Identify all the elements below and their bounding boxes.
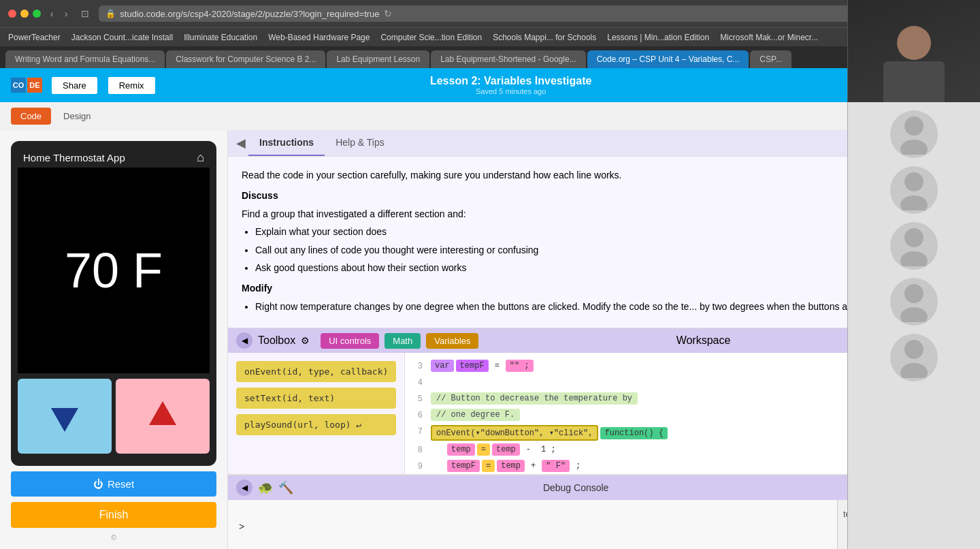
token-onevent-7: onEvent(▾"downButton", ▾"click", xyxy=(431,425,598,441)
remix-button[interactable]: Remix xyxy=(107,76,157,95)
block-settext[interactable]: setText(id, text) xyxy=(236,388,396,409)
bookmark-lessons[interactable]: Lessons | Min...ation Edition xyxy=(607,33,709,42)
token-eq-8: = xyxy=(477,443,490,456)
home-icon: ⌂ xyxy=(197,151,204,165)
tab-classwork[interactable]: Classwork for Computer Science B 2... xyxy=(166,50,325,68)
sidebar-btn[interactable]: ⊡ xyxy=(77,7,93,20)
help-tips-tab[interactable]: Help & Tips xyxy=(325,130,395,156)
debug-prompt: > xyxy=(239,521,244,532)
workspace-label: Workspace xyxy=(676,334,731,346)
category-ui-btn[interactable]: UI controls xyxy=(321,333,379,349)
phone-display: 70 F xyxy=(18,168,210,373)
url-display: studio.code.org/s/csp4-2020/stage/2/puzz… xyxy=(120,9,379,19)
line-num-4: 4 xyxy=(410,378,431,388)
debug-console-label: Debug Console xyxy=(299,482,853,493)
lesson-title-area: Lesson 2: Variables Investigate Saved 5 … xyxy=(165,75,858,95)
hammer-icon: 🔨 xyxy=(278,480,293,495)
close-window-btn[interactable] xyxy=(8,10,16,18)
bookmark-powerteacher[interactable]: PowerTeacher xyxy=(8,33,61,42)
down-button[interactable] xyxy=(18,379,112,454)
bookmarks-bar: PowerTeacher Jackson Count...icate Insta… xyxy=(0,27,980,46)
svg-marker-11 xyxy=(149,401,176,425)
svg-point-5 xyxy=(900,251,928,266)
toolbox-label: Toolbox xyxy=(258,334,295,347)
tab-codeorg[interactable]: Code.org – CSP Unit 4 – Variables, C... xyxy=(587,50,749,68)
phone-header: Home Thermostat App ⌂ xyxy=(18,148,210,168)
bookmark-csedition[interactable]: Computer Scie...tion Edition xyxy=(380,33,482,42)
bookmark-hardware[interactable]: Web-Based Hardware Page xyxy=(268,33,370,42)
block-onevent[interactable]: onEvent(id, type, callback) xyxy=(236,361,396,382)
bookmark-microsoft[interactable]: Microsoft Mak...or Minecr... xyxy=(720,33,818,42)
token-eq-9: = xyxy=(482,460,495,472)
svg-point-4 xyxy=(904,228,924,247)
token-function-7: function() { xyxy=(600,427,667,439)
line-num-8: 8 xyxy=(410,445,431,455)
up-button[interactable] xyxy=(116,379,210,454)
block-playsound[interactable]: playSound(url, loop) ↵ xyxy=(236,414,396,435)
logo-c: CO xyxy=(11,78,26,93)
instructions-back-btn[interactable]: ◀ xyxy=(233,133,248,153)
svg-point-3 xyxy=(900,195,928,210)
avatar-2 xyxy=(890,166,938,214)
token-var: var xyxy=(431,360,454,372)
category-vars-btn[interactable]: Variables xyxy=(426,333,478,349)
line-num-5: 5 xyxy=(410,394,431,404)
bookmark-jackson[interactable]: Jackson Count...icate Install xyxy=(71,33,173,42)
token-temp2-8: temp xyxy=(492,443,520,456)
copyright: © xyxy=(11,533,216,542)
saved-status: Saved 5 minutes ago xyxy=(165,87,858,95)
token-comment-6: // one degree F. xyxy=(431,409,520,421)
toolbox-categories: UI controls Math Variables xyxy=(321,333,478,349)
temperature-display: 70 F xyxy=(65,242,163,298)
phone-buttons xyxy=(18,373,210,459)
token-tempF-var: tempF xyxy=(456,360,489,372)
app-header: CO DE Share Remix Lesson 2: Variables In… xyxy=(0,68,980,102)
tab-lab[interactable]: Lab Equipment Lesson xyxy=(327,50,429,68)
tab-writing[interactable]: Writing Word and Formula Equations... xyxy=(5,50,165,68)
debug-body: > xyxy=(228,500,837,549)
toolbox-back-btn[interactable]: ◀ xyxy=(236,332,252,349)
token-empty-string: "" ; xyxy=(506,360,534,372)
avatar-1 xyxy=(890,110,938,158)
svg-point-2 xyxy=(904,172,924,191)
code-tab[interactable]: Code xyxy=(11,108,51,125)
reload-btn[interactable]: ↻ xyxy=(384,8,392,19)
avatar-4 xyxy=(890,278,938,326)
address-bar[interactable]: 🔒 studio.code.org/s/csp4-2020/stage/2/pu… xyxy=(99,5,972,22)
power-icon: ⏻ xyxy=(93,478,103,490)
svg-point-7 xyxy=(900,307,928,322)
token-semi-9: ; xyxy=(572,460,585,472)
app-title: Home Thermostat App xyxy=(23,152,125,163)
main-layout: Home Thermostat App ⌂ 70 F xyxy=(0,130,980,549)
lesson-title: Lesson 2: Variables Investigate xyxy=(165,75,858,87)
gear-icon[interactable]: ⚙ xyxy=(301,335,310,346)
tab-csp[interactable]: CSP... xyxy=(750,50,791,68)
tabs-bar: Writing Word and Formula Equations... Cl… xyxy=(0,46,980,68)
phone-frame: Home Thermostat App ⌂ 70 F xyxy=(11,141,216,466)
token-1-8: 1 ; xyxy=(537,443,560,456)
line-num-7: 7 xyxy=(410,427,431,437)
debug-back-btn[interactable]: ◀ xyxy=(236,480,252,496)
token-fstring-9: " F" xyxy=(542,460,570,472)
maximize-window-btn[interactable] xyxy=(33,10,41,18)
toolbox-panel: onEvent(id, type, callback) setText(id, … xyxy=(228,353,405,474)
category-math-btn[interactable]: Math xyxy=(385,333,421,349)
forward-btn[interactable]: › xyxy=(61,7,72,20)
back-btn[interactable]: ‹ xyxy=(46,7,58,20)
line-num-3: 3 xyxy=(410,362,431,371)
design-tab[interactable]: Design xyxy=(54,108,100,125)
minimize-window-btn[interactable] xyxy=(20,10,29,18)
finish-button[interactable]: Finish xyxy=(11,502,216,528)
simulator-panel: Home Thermostat App ⌂ 70 F xyxy=(0,130,228,549)
turtle-icon: 🐢 xyxy=(258,480,273,495)
bookmark-illuminate[interactable]: Illuminate Education xyxy=(184,33,257,42)
instructions-tab[interactable]: Instructions xyxy=(248,130,325,156)
share-button[interactable]: Share xyxy=(50,76,99,95)
line-num-9: 9 xyxy=(410,462,431,471)
code-logo: CO DE xyxy=(11,78,42,93)
bookmark-schools[interactable]: Schools Mappi... for Schools xyxy=(493,33,596,42)
svg-point-6 xyxy=(904,284,924,303)
reset-button[interactable]: ⏻ Reset xyxy=(11,471,216,497)
tab-lab-shortened[interactable]: Lab Equipment-Shortened - Google... xyxy=(431,50,585,68)
avatar-3 xyxy=(890,222,938,270)
